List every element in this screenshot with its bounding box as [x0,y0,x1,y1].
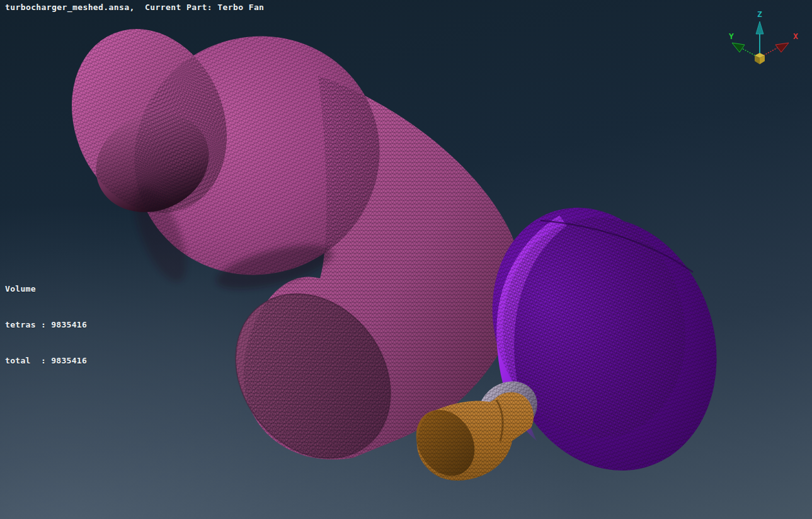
origin-cube-icon [755,53,765,64]
y-axis-arrow [732,43,745,52]
y-axis-label: Y [729,31,734,41]
z-axis-label: Z [757,9,762,19]
3d-viewport[interactable]: Z Y X turbocharger_meshed.ansa, Current … [0,0,812,519]
volume-stats-heading: Volume [5,283,87,295]
scene-canvas: Z Y X [0,0,812,519]
volume-stats-tetras: tetras : 9835416 [5,319,87,331]
z-axis-arrow [756,21,763,34]
window-title: turbocharger_meshed.ansa, Current Part: … [5,3,264,12]
axis-triad: Z Y X [729,9,798,64]
volume-stats-total: total : 9835416 [5,355,87,367]
x-axis-line [763,48,777,55]
volume-stats-panel: Volume tetras : 9835416 total : 9835416 [5,259,87,391]
x-axis-arrow [775,43,789,52]
x-axis-label: X [793,31,798,41]
